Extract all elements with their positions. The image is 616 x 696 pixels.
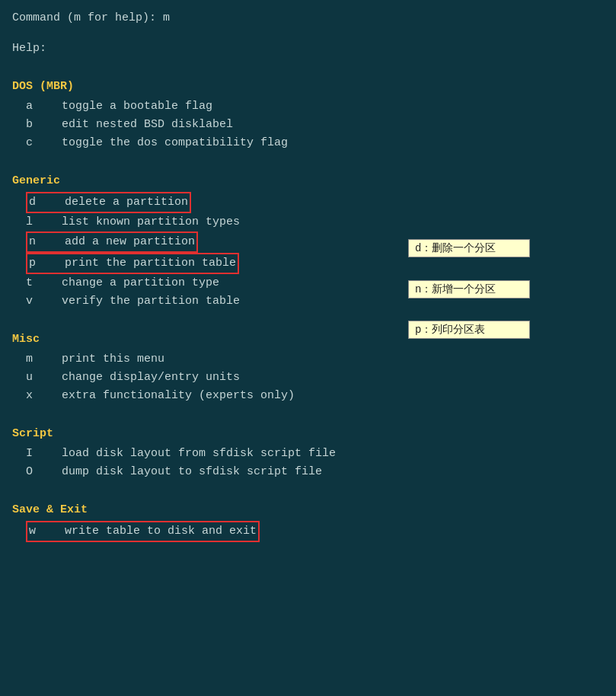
prompt-line: Command (m for help): m — [12, 9, 604, 27]
cmd-x: x extra functionality (experts only) — [12, 387, 604, 405]
section-header-dos: DOS (MBR) — [12, 78, 604, 96]
cmd-a: a toggle a bootable flag — [12, 97, 604, 116]
annotation-p: p：列印分区表 — [408, 321, 530, 339]
cmd-d: d delete a partition — [12, 192, 604, 213]
help-label: Help: — [12, 40, 604, 58]
cmd-m: m print this menu — [12, 350, 604, 369]
section-header-save-exit: Save & Exit — [12, 501, 604, 519]
cmd-c: c toggle the dos compatibility flag — [12, 134, 604, 152]
cmd-w: w write table to disk and exit — [12, 521, 604, 542]
section-header-generic: Generic — [12, 172, 604, 190]
section-header-script: Script — [12, 425, 604, 443]
cmd-I: I load disk layout from sfdisk script fi… — [12, 445, 604, 463]
terminal-window: Command (m for help): m Help: DOS (MBR) … — [12, 9, 604, 542]
annotation-n: n：新增一个分区 — [408, 280, 530, 299]
cmd-O: O dump disk layout to sfdisk script file — [12, 463, 604, 481]
cmd-u: u change display/entry units — [12, 369, 604, 387]
cmd-b: b edit nested BSD disklabel — [12, 116, 604, 134]
cmd-l: l list known partition types — [12, 213, 604, 231]
annotation-d: d：删除一个分区 — [408, 239, 530, 257]
